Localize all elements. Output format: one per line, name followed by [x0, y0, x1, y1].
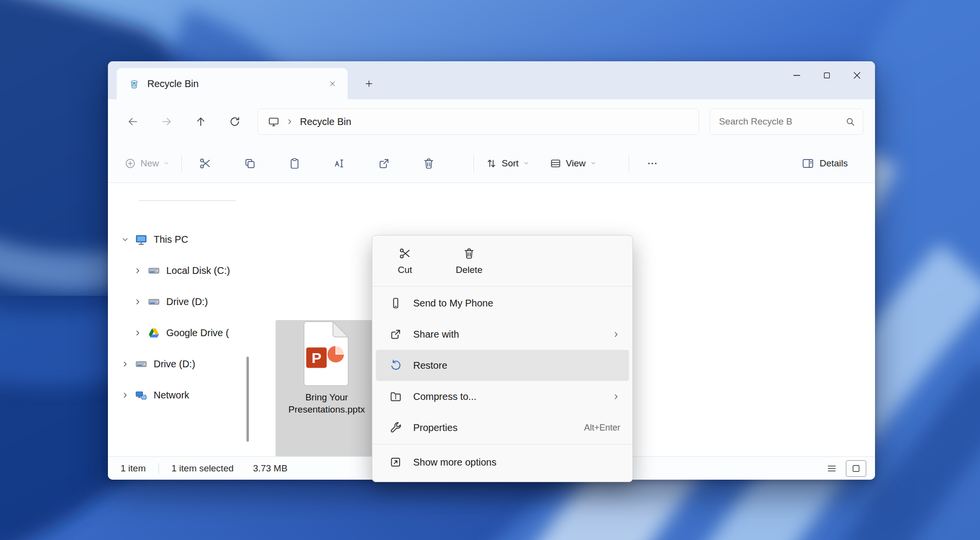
view-button[interactable]: View — [550, 158, 596, 169]
copy-button[interactable] — [238, 152, 262, 175]
chevron-right-icon — [134, 329, 142, 337]
menu-item-label: Show more options — [413, 457, 620, 468]
desktop: Recycle Bin — [0, 0, 980, 540]
chevron-down-icon — [121, 235, 129, 244]
menu-item-show-more-options[interactable]: Show more options — [376, 446, 629, 479]
file-name: Bring Your Presentations.pptx — [284, 391, 369, 415]
see-more-button[interactable] — [641, 152, 664, 175]
search-input[interactable] — [718, 116, 841, 127]
plus-icon — [364, 79, 374, 89]
minimize-icon — [791, 70, 802, 81]
sidebar-item-drive-d[interactable]: Drive (D:) — [108, 286, 250, 317]
selection-count: 1 item selected — [172, 463, 234, 474]
chevron-down-icon — [523, 160, 529, 166]
view-icon — [550, 158, 561, 169]
trash-icon — [422, 157, 435, 170]
forward-button[interactable] — [156, 110, 178, 133]
sidebar-divider — [139, 200, 236, 201]
close-icon — [852, 70, 862, 81]
list-view-icon — [826, 463, 837, 474]
back-icon — [127, 116, 139, 127]
tree-chevron[interactable] — [130, 264, 145, 277]
refresh-icon — [229, 116, 241, 127]
selection-size: 3.73 MB — [253, 463, 288, 474]
search-box[interactable] — [710, 108, 863, 135]
breadcrumb[interactable]: Recycle Bin — [300, 116, 351, 127]
tree-chevron[interactable] — [118, 233, 132, 246]
status-divider — [158, 463, 159, 474]
submenu-chevron-icon — [612, 393, 620, 401]
minimize-button[interactable] — [782, 61, 812, 90]
menu-item-properties[interactable]: Properties Alt+Enter — [376, 412, 629, 443]
tab-recycle-bin[interactable]: Recycle Bin — [117, 68, 348, 99]
sidebar-item-google-drive[interactable]: Google Drive ( — [108, 317, 250, 348]
delete-menu-button[interactable]: Delete — [443, 243, 495, 279]
tree-chevron[interactable] — [130, 295, 145, 308]
more-options-icon — [389, 456, 402, 468]
menu-item-compress-to[interactable]: Compress to... — [376, 381, 629, 412]
paste-button[interactable] — [283, 152, 306, 175]
file-item-selected[interactable]: Bring Your Presentations.pptx — [276, 320, 378, 462]
breadcrumb-chevron-icon — [286, 118, 294, 126]
sidebar-item-this-pc[interactable]: This PC — [108, 224, 250, 255]
tree-chevron[interactable] — [118, 358, 132, 370]
back-button[interactable] — [122, 110, 144, 133]
cut-button[interactable] — [193, 152, 217, 175]
tree-chevron[interactable] — [130, 326, 145, 339]
window-controls — [782, 61, 872, 90]
search-icon[interactable] — [845, 117, 855, 126]
sidebar-item-drive-d-2[interactable]: Drive (D:) — [108, 348, 250, 379]
thumbnail-view-button[interactable] — [846, 460, 866, 477]
copy-icon — [244, 157, 256, 170]
delete-button[interactable] — [417, 152, 440, 175]
sort-button[interactable]: Sort — [486, 158, 529, 169]
context-menu: Cut Delete Send to My Phone Share with R… — [372, 235, 633, 482]
refresh-button[interactable] — [224, 110, 246, 133]
address-bar[interactable]: Recycle Bin — [258, 108, 699, 135]
menu-item-label: Share with — [413, 329, 612, 340]
rename-button[interactable] — [328, 152, 351, 175]
thumbnail-view-icon — [851, 464, 861, 473]
maximize-button[interactable] — [812, 61, 842, 90]
up-button[interactable] — [190, 110, 212, 133]
toolbar-divider — [181, 155, 182, 172]
navigation-pane: This PC Local Disk (C:) Drive (D:) — [108, 183, 250, 457]
maximize-icon — [822, 71, 832, 80]
command-bar: New Sort V — [108, 144, 875, 183]
toolbar-divider — [473, 155, 474, 172]
menu-item-label: Properties — [413, 422, 584, 433]
chevron-down-icon — [163, 160, 170, 166]
tree-chevron[interactable] — [118, 389, 132, 401]
new-tab-button[interactable] — [359, 73, 379, 94]
chevron-down-icon — [590, 160, 596, 166]
menu-item-share-with[interactable]: Share with — [376, 319, 629, 350]
chevron-right-icon — [286, 118, 294, 126]
disk-icon — [147, 295, 160, 308]
details-button[interactable]: Details — [802, 157, 848, 170]
share-button[interactable] — [372, 152, 396, 175]
menu-item-send-to-phone[interactable]: Send to My Phone — [376, 288, 629, 319]
details-view-button[interactable] — [826, 463, 837, 474]
cut-menu-button[interactable]: Cut — [379, 243, 431, 279]
folder-tree: This PC Local Disk (C:) Drive (D:) — [108, 224, 250, 411]
sidebar-item-label: Drive (D:) — [154, 359, 195, 370]
sidebar-item-network[interactable]: Network — [108, 379, 250, 411]
details-pane-icon — [802, 157, 814, 170]
tab-close-button[interactable] — [324, 75, 341, 92]
sidebar-item-label: Drive (D:) — [166, 296, 208, 307]
close-button[interactable] — [842, 61, 872, 90]
restore-icon — [389, 359, 402, 372]
tab-title: Recycle Bin — [147, 78, 324, 90]
this-pc-icon[interactable] — [268, 116, 280, 127]
new-button[interactable]: New — [124, 158, 170, 169]
trash-icon — [463, 247, 475, 260]
this-pc-icon — [135, 233, 148, 246]
ellipsis-icon — [647, 158, 658, 169]
recycle-bin-icon — [128, 78, 140, 90]
menu-item-restore[interactable]: Restore — [376, 350, 629, 381]
sidebar-scrollbar[interactable] — [246, 357, 249, 442]
menu-divider — [372, 286, 632, 287]
sidebar-item-local-disk-c[interactable]: Local Disk (C:) — [108, 255, 250, 286]
menu-item-shortcut: Alt+Enter — [584, 423, 620, 433]
menu-item-label: Restore — [413, 360, 620, 371]
